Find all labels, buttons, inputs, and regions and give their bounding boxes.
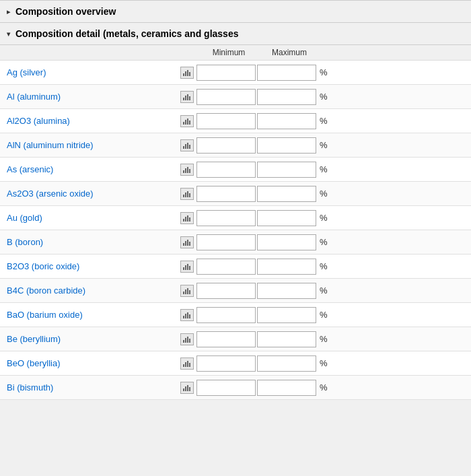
chart-icon[interactable] xyxy=(180,309,194,321)
svg-rect-47 xyxy=(189,339,190,343)
svg-rect-53 xyxy=(185,386,186,391)
material-name[interactable]: B2O3 (boric oxide) xyxy=(0,257,178,275)
material-icon-btn[interactable] xyxy=(178,358,196,370)
minimum-input[interactable] xyxy=(196,283,256,299)
maximum-input[interactable] xyxy=(257,283,316,299)
svg-rect-29 xyxy=(185,241,186,246)
chart-icon[interactable] xyxy=(180,333,194,345)
chart-icon[interactable] xyxy=(180,164,194,176)
material-icon-btn[interactable] xyxy=(178,212,196,224)
minimum-input[interactable] xyxy=(196,137,256,154)
maximum-input[interactable] xyxy=(257,65,316,81)
svg-rect-24 xyxy=(183,219,184,222)
minimum-input[interactable] xyxy=(196,65,256,81)
minimum-input[interactable] xyxy=(196,307,256,323)
material-name[interactable]: As2O3 (arsenic oxide) xyxy=(0,184,178,203)
maximum-input[interactable] xyxy=(257,210,316,226)
svg-rect-43 xyxy=(189,314,190,318)
overview-title: Composition overview xyxy=(15,6,116,17)
chart-icon[interactable] xyxy=(180,261,194,273)
svg-rect-35 xyxy=(189,266,190,270)
material-name[interactable]: B4C (boron carbide) xyxy=(0,281,178,300)
percent-label: % xyxy=(317,140,336,150)
svg-rect-37 xyxy=(185,290,186,294)
material-icon-btn[interactable] xyxy=(178,285,196,297)
table-row: B4C (boron carbide) % xyxy=(0,279,471,303)
material-name[interactable]: Al (aluminum) xyxy=(0,88,178,106)
maximum-input[interactable] xyxy=(257,307,316,323)
chart-icon[interactable] xyxy=(180,285,194,297)
maximum-input[interactable] xyxy=(257,186,316,202)
svg-rect-55 xyxy=(189,387,190,391)
material-name[interactable]: Ag (silver) xyxy=(0,63,178,81)
chart-icon[interactable] xyxy=(180,212,194,224)
minimum-input[interactable] xyxy=(196,355,256,372)
material-icon-btn[interactable] xyxy=(178,261,196,273)
chart-icon[interactable] xyxy=(180,91,194,103)
main-container: ▸ Composition overview ▾ Composition det… xyxy=(0,0,471,400)
svg-rect-34 xyxy=(187,264,188,270)
minimum-input[interactable] xyxy=(196,380,256,396)
svg-rect-0 xyxy=(183,73,184,76)
percent-label: % xyxy=(317,358,336,368)
overview-collapse-icon: ▸ xyxy=(7,8,10,15)
svg-rect-26 xyxy=(187,215,188,222)
maximum-input[interactable] xyxy=(257,259,316,275)
svg-rect-20 xyxy=(183,195,184,197)
chart-icon[interactable] xyxy=(180,67,194,79)
material-name[interactable]: BeO (beryllia) xyxy=(0,354,178,372)
minimum-input[interactable] xyxy=(196,259,256,275)
chart-icon[interactable] xyxy=(180,236,194,248)
svg-rect-3 xyxy=(189,72,190,76)
maximum-input[interactable] xyxy=(257,137,316,154)
material-icon-btn[interactable] xyxy=(178,91,196,103)
svg-rect-2 xyxy=(187,70,188,76)
material-icon-btn[interactable] xyxy=(178,382,196,394)
composition-detail-header[interactable]: ▾ Composition detail (metals, ceramics a… xyxy=(0,23,471,45)
chart-icon[interactable] xyxy=(180,139,194,151)
chart-icon[interactable] xyxy=(180,188,194,200)
material-name[interactable]: As (arsenic) xyxy=(0,160,178,178)
maximum-input[interactable] xyxy=(257,89,316,105)
maximum-input[interactable] xyxy=(257,113,316,129)
svg-rect-27 xyxy=(189,217,190,222)
material-name[interactable]: Bi (bismuth) xyxy=(0,378,178,397)
maximum-input[interactable] xyxy=(257,331,316,347)
minimum-input[interactable] xyxy=(196,113,256,129)
material-name[interactable]: Be (beryllium) xyxy=(0,330,178,348)
minimum-input[interactable] xyxy=(196,234,256,250)
material-name[interactable]: Au (gold) xyxy=(0,209,178,227)
svg-rect-5 xyxy=(185,96,186,100)
maximum-input[interactable] xyxy=(257,380,316,396)
material-name[interactable]: Al2O3 (alumina) xyxy=(0,112,178,130)
material-icon-btn[interactable] xyxy=(178,139,196,151)
percent-label: % xyxy=(317,92,336,102)
chart-icon[interactable] xyxy=(180,358,194,370)
chart-icon[interactable] xyxy=(180,382,194,394)
svg-rect-38 xyxy=(187,288,188,294)
minimum-input[interactable] xyxy=(196,331,256,347)
maximum-input[interactable] xyxy=(257,234,316,250)
material-icon-btn[interactable] xyxy=(178,188,196,200)
chart-icon[interactable] xyxy=(180,115,194,127)
maximum-input[interactable] xyxy=(257,355,316,372)
material-icon-btn[interactable] xyxy=(178,164,196,176)
material-icon-btn[interactable] xyxy=(178,309,196,321)
percent-label: % xyxy=(317,334,336,344)
minimum-input[interactable] xyxy=(196,162,256,178)
material-icon-btn[interactable] xyxy=(178,67,196,79)
percent-label: % xyxy=(317,285,336,296)
table-row: Al (aluminum) % xyxy=(0,85,471,109)
material-icon-btn[interactable] xyxy=(178,236,196,248)
minimum-input[interactable] xyxy=(196,210,256,226)
composition-overview-header[interactable]: ▸ Composition overview xyxy=(0,0,471,23)
material-icon-btn[interactable] xyxy=(178,115,196,127)
maximum-input[interactable] xyxy=(257,162,316,178)
svg-rect-39 xyxy=(189,290,190,294)
material-name[interactable]: B (boron) xyxy=(0,233,178,251)
material-name[interactable]: BaO (barium oxide) xyxy=(0,306,178,324)
material-icon-btn[interactable] xyxy=(178,333,196,345)
minimum-input[interactable] xyxy=(196,89,256,105)
material-name[interactable]: AlN (aluminum nitride) xyxy=(0,136,178,154)
minimum-input[interactable] xyxy=(196,186,256,202)
